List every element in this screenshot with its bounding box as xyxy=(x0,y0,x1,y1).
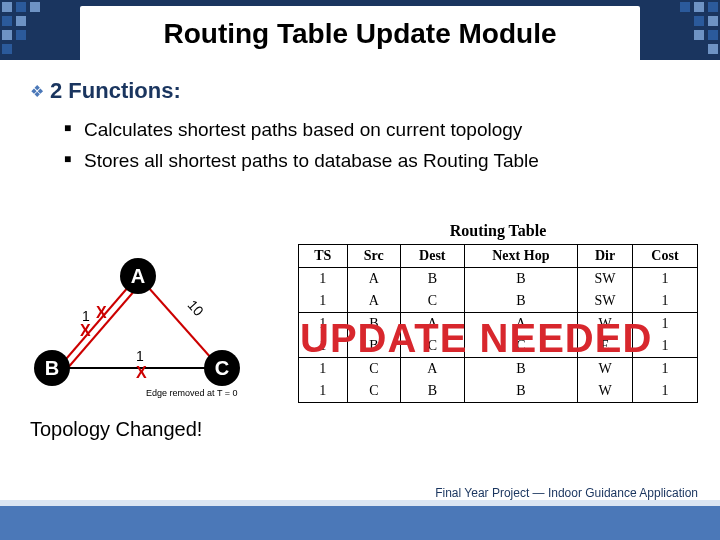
table-cell: W xyxy=(578,380,633,403)
table-cell: B xyxy=(347,313,400,336)
footer-bar xyxy=(0,506,720,540)
table-cell: 1 xyxy=(299,380,348,403)
deco-right-icon xyxy=(650,0,720,60)
routing-table: Routing Table TS Src Dest Next Hop Dir C… xyxy=(298,222,698,403)
section-heading: 2 Functions: xyxy=(50,78,181,104)
table-cell: 1 xyxy=(632,268,697,291)
red-x-icon: X xyxy=(80,322,91,340)
th: Dest xyxy=(400,245,464,268)
table-cell: 1 xyxy=(632,358,697,381)
bullet-list: Calculates shortest paths based on curre… xyxy=(30,118,690,173)
table-cell: 1 xyxy=(299,358,348,381)
list-item: Calculates shortest paths based on curre… xyxy=(64,118,690,143)
routing-table-title: Routing Table xyxy=(298,222,698,240)
table-cell: C xyxy=(464,335,577,358)
topology-graph: A B C 1 1 10 X X X Edge removed at T = 0 xyxy=(20,248,270,408)
edge-label-bc: 1 xyxy=(136,348,144,364)
graph-node-a: A xyxy=(120,258,156,294)
diamond-bullet-icon: ❖ xyxy=(30,82,44,101)
table-cell: B xyxy=(347,335,400,358)
section-row: ❖ 2 Functions: xyxy=(30,78,690,104)
footer-text: Final Year Project — Indoor Guidance App… xyxy=(435,486,698,500)
th: Next Hop xyxy=(464,245,577,268)
table-cell: C xyxy=(400,335,464,358)
table-cell: SW xyxy=(578,268,633,291)
graph-node-c: C xyxy=(204,350,240,386)
table-cell: C xyxy=(347,358,400,381)
list-item: Stores all shortest paths to database as… xyxy=(64,149,690,174)
table-cell: A xyxy=(347,268,400,291)
page-title: Routing Table Update Module xyxy=(163,18,556,50)
table-row: 1ABBSW1 xyxy=(299,268,698,291)
table-cell: A xyxy=(400,358,464,381)
table-cell: B xyxy=(400,268,464,291)
th: Cost xyxy=(632,245,697,268)
table-cell: E xyxy=(578,335,633,358)
table-cell: A xyxy=(400,313,464,336)
table-row: 1CBBW1 xyxy=(299,380,698,403)
table-cell: B xyxy=(464,380,577,403)
title-wrap: Routing Table Update Module xyxy=(80,6,640,62)
table-cell: W xyxy=(578,313,633,336)
table-cell: 1 xyxy=(299,335,348,358)
table-cell: B xyxy=(464,358,577,381)
topology-changed-label: Topology Changed! xyxy=(30,418,202,441)
red-x-icon: X xyxy=(96,304,107,322)
table-cell: A xyxy=(464,313,577,336)
table-cell: B xyxy=(464,290,577,313)
table-cell: 1 xyxy=(632,313,697,336)
red-x-icon: X xyxy=(136,364,147,382)
table-cell: C xyxy=(347,380,400,403)
table-cell: 1 xyxy=(299,268,348,291)
table-cell: A xyxy=(347,290,400,313)
th: Dir xyxy=(578,245,633,268)
svg-line-3 xyxy=(140,278,220,368)
svg-line-1 xyxy=(66,282,142,370)
table-cell: C xyxy=(400,290,464,313)
content-area: ❖ 2 Functions: Calculates shortest paths… xyxy=(30,78,690,179)
table-cell: B xyxy=(464,268,577,291)
svg-line-0 xyxy=(60,278,136,366)
table-header-row: TS Src Dest Next Hop Dir Cost xyxy=(299,245,698,268)
table-cell: 1 xyxy=(299,290,348,313)
th: Src xyxy=(347,245,400,268)
table-cell: B xyxy=(400,380,464,403)
deco-left-icon xyxy=(0,0,70,60)
table-cell: W xyxy=(578,358,633,381)
table-row: 1CABW1 xyxy=(299,358,698,381)
table-cell: 1 xyxy=(632,290,697,313)
table-cell: 1 xyxy=(632,380,697,403)
table-cell: 1 xyxy=(299,313,348,336)
table-row: 1ACBSW1 xyxy=(299,290,698,313)
table-cell: 1 xyxy=(632,335,697,358)
table-cell: SW xyxy=(578,290,633,313)
routing-table-grid: TS Src Dest Next Hop Dir Cost 1ABBSW11AC… xyxy=(298,244,698,403)
table-row: 1BAAW1 xyxy=(299,313,698,336)
graph-node-b: B xyxy=(34,350,70,386)
table-row: 1BCCE1 xyxy=(299,335,698,358)
graph-caption: Edge removed at T = 0 xyxy=(146,388,237,398)
th: TS xyxy=(299,245,348,268)
